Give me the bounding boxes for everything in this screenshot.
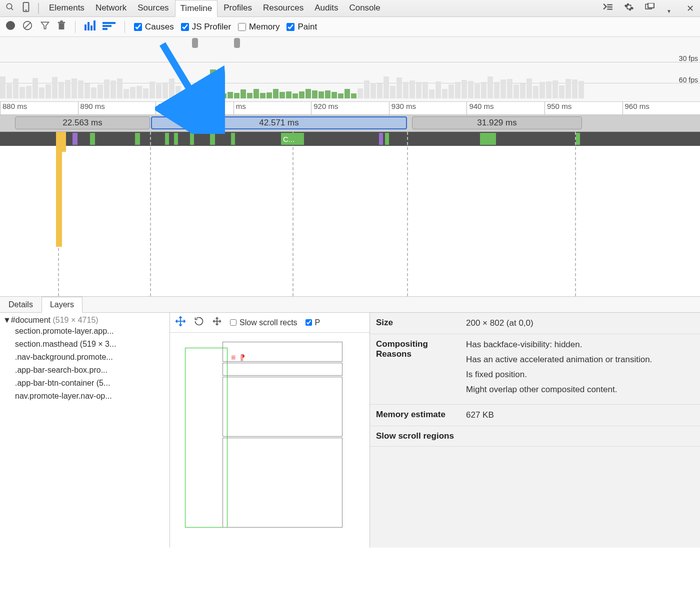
flame-block-paint[interactable] (135, 133, 140, 145)
tab-console[interactable]: Console (344, 0, 385, 16)
paint-checkbox[interactable]: Paint (286, 22, 317, 32)
ruler-tick: 950 ms (544, 102, 622, 114)
tab-profiles[interactable]: Profiles (218, 0, 257, 16)
flame-block-paint[interactable] (165, 133, 169, 145)
tree-item[interactable]: .app-bar-btn-container (5... (3, 377, 166, 390)
lower-tab-layers[interactable]: Layers (42, 297, 82, 313)
overview-bar (344, 89, 350, 98)
dock-icon[interactable] (643, 3, 657, 13)
flame-block-paint[interactable] (231, 133, 235, 145)
flame-block-paint[interactable] (480, 133, 496, 145)
overview-bar (104, 79, 110, 98)
causes-checkbox-input[interactable] (134, 23, 142, 31)
overview-bar (514, 84, 519, 98)
overview-strip[interactable]: 30 fps 60 fps (0, 37, 700, 102)
frame-bar[interactable]: 22.563 ms (15, 116, 150, 129)
flame-view-icon[interactable] (102, 21, 116, 32)
tree-item[interactable]: section.masthead (519 × 3... (3, 338, 166, 351)
overview-bar (455, 82, 460, 98)
memory-checkbox[interactable]: Memory (238, 22, 280, 32)
slow-scroll-checkbox-input[interactable] (230, 319, 236, 326)
overview-bar (46, 84, 51, 98)
device-icon[interactable] (19, 2, 33, 14)
close-icon[interactable]: ✕ (683, 3, 697, 14)
clear-button[interactable] (22, 20, 33, 33)
rotate-icon[interactable] (194, 316, 204, 329)
overview-bar (6, 84, 12, 98)
tree-item[interactable]: .app-bar-search-box.pro... (3, 364, 166, 377)
reset-view-icon[interactable] (212, 316, 222, 329)
tree-root[interactable]: ▼#document (519 × 4715) (3, 316, 166, 325)
overview-bar (481, 82, 486, 98)
overview-bar (13, 78, 18, 98)
layer-box[interactable] (222, 377, 342, 437)
flame-block-script[interactable] (62, 132, 66, 152)
frames-row[interactable]: 22.563 ms42.571 ms31.929 ms (0, 115, 700, 132)
layer-box[interactable] (222, 363, 342, 376)
drawer-icon[interactable] (601, 3, 615, 13)
paint-checkbox-input[interactable] (286, 23, 294, 31)
layer-box-selected[interactable] (185, 348, 228, 528)
trash-icon[interactable] (57, 20, 66, 33)
flame-block-paint[interactable] (576, 133, 580, 145)
tab-sources[interactable]: Sources (132, 0, 174, 16)
overview-bar (572, 79, 578, 98)
slow-scroll-checkbox[interactable]: Slow scroll rects (230, 318, 298, 327)
overview-bar (410, 80, 415, 98)
preview-canvas[interactable]: ≡ ⁋ (170, 333, 370, 548)
tab-network[interactable]: Network (90, 0, 132, 16)
paint-opt-checkbox-input[interactable] (306, 319, 312, 326)
pan-icon[interactable] (175, 316, 186, 329)
frame-bar[interactable]: 31.929 ms (412, 116, 582, 129)
frame-bar[interactable]: 42.571 ms (151, 116, 407, 129)
jsprofiler-checkbox[interactable]: JS Profiler (181, 22, 231, 32)
overview-bar (494, 82, 500, 98)
tab-timeline[interactable]: Timeline (175, 0, 218, 17)
overview-bar (338, 93, 344, 98)
overview-bar (403, 82, 408, 98)
overview-bar (234, 93, 240, 98)
frames-view-icon[interactable] (84, 20, 96, 33)
flame-chart[interactable]: C... (0, 132, 700, 297)
overview-bar (578, 81, 584, 98)
flame-block-composite[interactable]: C... (281, 133, 304, 145)
flame-block-script[interactable] (56, 132, 62, 247)
causes-checkbox[interactable]: Causes (134, 22, 174, 32)
window-handle-left[interactable] (192, 38, 198, 48)
tree-item[interactable]: .nav-background.promote... (3, 351, 166, 364)
settings-icon[interactable] (622, 2, 636, 14)
flame-block-paint[interactable] (385, 133, 389, 145)
overview-bar (422, 82, 428, 98)
flame-block-paint[interactable] (210, 133, 215, 145)
overview-bar (377, 83, 382, 98)
overview-bar (65, 80, 70, 98)
prop-slow-val (460, 426, 700, 446)
jsprofiler-checkbox-input[interactable] (181, 23, 189, 31)
memory-checkbox-input[interactable] (238, 23, 246, 31)
time-ruler[interactable]: 880 ms890 ms900 msms920 ms930 ms940 ms95… (0, 102, 700, 115)
flame-block-layout[interactable] (379, 133, 383, 145)
flame-block-paint[interactable] (174, 133, 178, 145)
search-icon[interactable] (3, 2, 17, 14)
lower-tab-details[interactable]: Details (0, 297, 42, 312)
paint-opt-checkbox[interactable]: P (306, 318, 320, 327)
filter-icon[interactable] (40, 20, 50, 33)
record-button[interactable] (6, 21, 15, 32)
window-handle-right[interactable] (234, 38, 240, 48)
svg-line-1 (11, 8, 13, 10)
tree-item[interactable]: section.promote-layer.app... (3, 325, 166, 338)
layer-box[interactable] (222, 438, 342, 528)
svg-rect-13 (59, 23, 64, 30)
tree-item[interactable]: nav.promote-layer.nav-op... (3, 390, 166, 403)
tab-elements[interactable]: Elements (44, 0, 90, 16)
jsprofiler-label: JS Profiler (192, 22, 231, 32)
overview-bar (462, 80, 467, 98)
layer-tree[interactable]: ▼#document (519 × 4715) section.promote-… (0, 313, 170, 548)
tab-resources[interactable]: Resources (258, 0, 308, 16)
flame-block-paint[interactable] (190, 133, 194, 145)
tab-audits[interactable]: Audits (310, 0, 343, 16)
flame-block-layout[interactable] (72, 133, 78, 145)
flame-block-paint[interactable] (90, 133, 95, 145)
chevron-down-icon[interactable]: ▼ (662, 8, 676, 14)
overview-bar (500, 79, 506, 98)
